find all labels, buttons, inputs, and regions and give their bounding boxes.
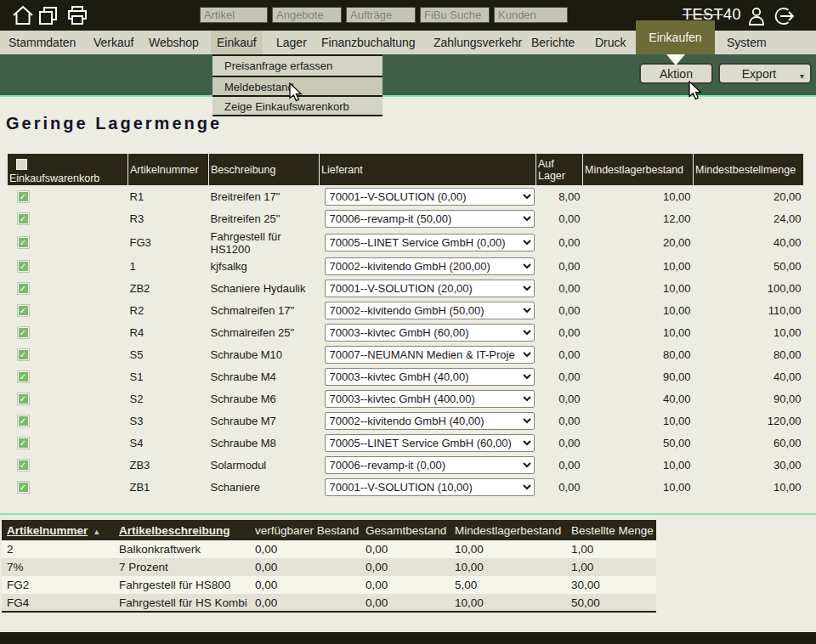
mindestbestellmenge-cell: 40,00 (694, 366, 804, 388)
row-checkbox[interactable]: ✓ (18, 482, 29, 493)
row-checkbox[interactable]: ✓ (18, 237, 29, 248)
auf-lager-cell: 0,00 (536, 344, 583, 366)
lieferant-select[interactable]: 70003--kivtec GmbH (40,00) (325, 368, 535, 386)
menu-item-verkauf[interactable]: Verkauf (88, 31, 139, 54)
lieferant-cell: 70005--LINET Service GmbH (60,00) (320, 432, 536, 455)
lieferant-select[interactable]: 70003--kivtec GmbH (400,00) (325, 390, 535, 408)
lieferant-select[interactable]: 70005--LINET Service GmbH (60,00) (325, 434, 535, 452)
beschreibung-cell: Breitreifen 25" (209, 208, 320, 230)
main-table-body: ✓R1Breitreifen 17"70001--V-SOLUTION (0,0… (8, 186, 804, 499)
row-checkbox[interactable]: ✓ (18, 371, 29, 382)
lieferant-select[interactable]: 70001--V-SOLUTION (10,00) (325, 478, 535, 496)
artikelnummer-cell: ZB1 (128, 477, 209, 499)
menu-item-system[interactable]: System (721, 31, 773, 54)
sort-header-artikelnummer[interactable]: Artikelnummer▲ (2, 520, 114, 540)
auf-lager-cell: 0,00 (536, 322, 583, 344)
menu-item-stammdaten[interactable]: Stammdaten (3, 31, 82, 54)
mindestbestellmenge-cell: 120,00 (694, 410, 804, 432)
auf-lager-cell: 0,00 (536, 432, 583, 455)
artikelnummer-cell: FG3 (128, 230, 209, 256)
menu-item-druck[interactable]: Druck (589, 31, 632, 54)
separator-line-middle (0, 513, 816, 515)
separator-line-top (0, 95, 816, 97)
table-header-row: Artikelnummer▲ Artikelbeschreibung verfü… (2, 520, 656, 540)
row-checkbox[interactable]: ✓ (18, 283, 29, 294)
row-checkbox[interactable]: ✓ (18, 261, 29, 272)
dropdown-item-meldebestand[interactable]: Meldebestand (212, 76, 382, 95)
artikelnummer-cell: ZB2 (128, 278, 209, 300)
search-input-fibu-suche[interactable] (420, 7, 490, 23)
row-checkbox[interactable]: ✓ (18, 460, 29, 471)
table-row: ✓FG3Fahrgestell für HS120070005--LINET S… (8, 230, 804, 256)
lieferant-select[interactable]: 70005--LINET Service GmbH (0,00) (325, 234, 535, 251)
lieferant-select[interactable]: 70002--kivitendo GmbH (40,00) (325, 412, 535, 430)
search-input-aufträge[interactable] (346, 7, 416, 23)
home-icon[interactable] (11, 5, 35, 26)
lieferant-cell: 70003--kivtec GmbH (60,00) (320, 322, 536, 344)
page-title: Geringe Lagermenge (6, 114, 222, 133)
sort-header-artikelbeschreibung[interactable]: Artikelbeschreibung (114, 520, 250, 540)
auf-lager-cell: 0,00 (536, 455, 583, 477)
table-row: ✓S5Schraube M1070007--NEUMANN Medien & I… (8, 344, 804, 366)
menu-item-lager[interactable]: Lager (270, 31, 313, 54)
auf-lager-cell: 8,00 (536, 186, 583, 208)
row-checkbox[interactable]: ✓ (18, 393, 29, 404)
einkaufen-tab-notch (666, 54, 685, 65)
beschreibung-cell: Schraube M10 (209, 344, 320, 366)
row-checkbox[interactable]: ✓ (18, 191, 29, 202)
lieferant-select[interactable]: 70006--revamp-it (50,00) (325, 210, 535, 228)
auf-lager-cell: 0,00 (536, 208, 583, 230)
verfuegbarer-bestand-cell: 0,00 (250, 576, 360, 594)
lieferant-cell: 70007--NEUMANN Medien & IT-Proje (320, 344, 536, 366)
lieferant-select[interactable]: 70006--revamp-it (0,00) (325, 456, 535, 474)
print-icon[interactable] (66, 5, 88, 26)
mindestbestellmenge-cell: 50,00 (694, 256, 804, 278)
lieferant-cell: 70006--revamp-it (0,00) (320, 455, 536, 477)
lieferant-cell: 70003--kivtec GmbH (400,00) (320, 388, 536, 410)
menu-item-berichte[interactable]: Berichte (525, 31, 581, 54)
row-checkbox[interactable]: ✓ (18, 349, 29, 360)
beschreibung-cell: Schraube M6 (209, 388, 320, 410)
search-input-kunden[interactable] (494, 7, 568, 23)
lieferant-select[interactable]: 70001--V-SOLUTION (20,00) (325, 280, 535, 297)
verfuegbarer-bestand-cell: 0,00 (250, 540, 360, 558)
lieferant-select[interactable]: 70002--kivitendo GmbH (200,00) (325, 257, 535, 275)
row-checkbox[interactable]: ✓ (18, 438, 29, 449)
einkaufen-tab[interactable]: Einkaufen (636, 20, 715, 54)
lieferant-cell: 70006--revamp-it (50,00) (320, 208, 536, 230)
search-input-angebote[interactable] (272, 7, 342, 23)
beschreibung-cell: Schraube M7 (209, 410, 320, 432)
gesamtbestand-cell: 0,00 (360, 576, 450, 594)
menu-item-zahlungsverkehr[interactable]: Zahlungsverkehr (428, 31, 528, 54)
row-checkbox[interactable]: ✓ (18, 305, 29, 316)
mindestlagerbestand-cell: 10,00 (583, 278, 694, 300)
table-row: ✓R1Breitreifen 17"70001--V-SOLUTION (0,0… (8, 186, 804, 208)
column-header: Mindestlagerbestand (583, 154, 694, 186)
copy-icon[interactable] (37, 5, 60, 26)
menu-item-einkauf[interactable]: Einkauf (211, 31, 263, 54)
auf-lager-cell: 0,00 (536, 477, 583, 499)
lieferant-cell: 70003--kivtec GmbH (40,00) (320, 366, 536, 388)
aktion-button[interactable]: Aktion (639, 63, 713, 84)
menu-item-finanzbuchaltung[interactable]: Finanzbuchaltung (315, 31, 422, 54)
beschreibung-cell: Schraube M4 (209, 366, 320, 388)
lieferant-select[interactable]: 70001--V-SOLUTION (0,00) (325, 188, 535, 206)
logout-icon[interactable] (774, 6, 796, 26)
user-icon[interactable] (746, 6, 767, 26)
row-checkbox[interactable]: ✓ (18, 327, 29, 338)
artikelnummer-cell: S3 (128, 410, 209, 432)
export-button[interactable]: Export▾ (718, 63, 812, 84)
row-checkbox[interactable]: ✓ (18, 415, 29, 427)
dropdown-item-zeige-einkaufswarenkorb[interactable]: Zeige Einkaufswarenkorb (212, 95, 382, 115)
lieferant-select[interactable]: 70007--NEUMANN Medien & IT-Proje (325, 346, 535, 364)
dropdown-item-preisanfrage-erfassen[interactable]: Preisanfrage erfassen (212, 56, 382, 76)
bestellte-menge-cell: 30,00 (566, 576, 656, 594)
search-input-artikel[interactable] (200, 7, 268, 23)
lieferant-select[interactable]: 70002--kivitendo GmbH (50,00) (325, 302, 535, 319)
row-checkbox[interactable]: ✓ (18, 213, 29, 224)
table-row: ✓S3Schraube M770002--kivitendo GmbH (40,… (8, 410, 804, 432)
select-all-checkbox[interactable] (16, 159, 27, 170)
lieferant-cell: 70001--V-SOLUTION (20,00) (320, 278, 536, 300)
menu-item-webshop[interactable]: Webshop (143, 31, 205, 54)
lieferant-select[interactable]: 70003--kivtec GmbH (60,00) (325, 324, 535, 342)
